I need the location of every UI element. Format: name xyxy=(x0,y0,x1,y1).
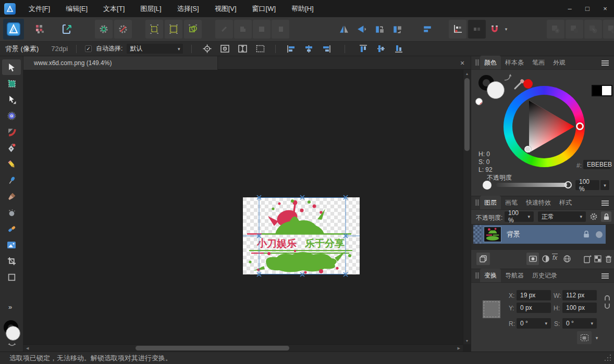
tab-navigator[interactable]: 导航器 xyxy=(501,269,528,282)
panel-menu-icon[interactable] xyxy=(601,203,609,204)
knife-tool[interactable] xyxy=(2,189,21,204)
document-canvas[interactable]: 小刀娱乐 乐于分享 xyxy=(243,197,360,274)
vector-brush-tool[interactable] xyxy=(2,172,21,188)
resize-grip[interactable] xyxy=(604,354,611,361)
align-left-button[interactable] xyxy=(284,43,298,55)
panel-grip[interactable] xyxy=(475,59,477,66)
export-persona-button[interactable] xyxy=(58,20,76,39)
align-bottom-button[interactable] xyxy=(392,43,406,55)
pixel-persona-button[interactable] xyxy=(31,20,49,39)
tab-brushes[interactable]: 画笔 xyxy=(501,196,522,209)
pen-tool[interactable] xyxy=(2,140,21,156)
tools-overflow-chevron[interactable]: » xyxy=(8,303,12,311)
layer-row-background[interactable]: 背景 xyxy=(473,225,606,244)
tab-swatches[interactable]: 样本条 xyxy=(501,56,528,69)
hex-input[interactable]: EBEBEB xyxy=(583,160,610,169)
cycle-selection-box-button[interactable] xyxy=(200,43,214,55)
horizontal-scrollbar[interactable]: ◀ ▶ xyxy=(23,344,463,352)
fill-color-swatch[interactable] xyxy=(6,326,20,341)
scroll-left-icon[interactable]: ◀ xyxy=(26,346,29,350)
magnet-button[interactable] xyxy=(487,20,502,39)
flood-select-tool[interactable] xyxy=(2,108,21,123)
minimize-button[interactable]: – xyxy=(561,0,579,17)
disabled-edit-button-1[interactable] xyxy=(215,20,233,39)
hue-ring-selector[interactable] xyxy=(576,122,584,130)
rotation-dropdown[interactable]: 0 °▾ xyxy=(517,318,551,329)
blend-options-gear-icon[interactable] xyxy=(590,212,598,221)
corner-tool[interactable] xyxy=(2,124,21,140)
menu-select[interactable]: 选择[S] xyxy=(169,0,207,17)
selection-shapes-button[interactable] xyxy=(184,20,202,39)
rotate-cw-button[interactable] xyxy=(388,20,406,39)
grayscale-toggle-swatch[interactable] xyxy=(592,85,612,96)
opacity-value-field[interactable]: 100 % xyxy=(575,180,599,190)
menu-file[interactable]: 文件[F] xyxy=(21,0,58,17)
opacity-slider[interactable] xyxy=(496,183,567,187)
tab-stroke[interactable]: 笔画 xyxy=(528,56,549,69)
delete-layer-button[interactable] xyxy=(604,253,613,265)
tab-styles[interactable]: 样式 xyxy=(555,196,576,209)
tab-appearance[interactable]: 外观 xyxy=(549,56,570,69)
hue-wheel[interactable] xyxy=(504,86,585,167)
autoselect-dropdown[interactable]: 默认 ▾ xyxy=(127,44,183,54)
y-input[interactable]: 0 px xyxy=(517,303,551,313)
vertical-scrollbar[interactable]: ▲ ▼ xyxy=(463,70,471,344)
move-tool[interactable] xyxy=(2,59,21,75)
flip-horizontal-button[interactable] xyxy=(335,20,353,39)
tab-transform[interactable]: 变换 xyxy=(480,269,501,282)
tab-close-icon[interactable]: × xyxy=(457,56,468,70)
selection-dots-button[interactable] xyxy=(145,20,163,39)
scroll-down-icon[interactable]: ▼ xyxy=(463,339,471,343)
panel-grip[interactable] xyxy=(475,272,477,279)
designer-persona-button[interactable] xyxy=(3,19,24,40)
tab-quick-fx[interactable]: 快速特效 xyxy=(522,196,555,209)
menu-help[interactable]: 帮助[H] xyxy=(284,0,322,17)
boolean-intersect-button[interactable] xyxy=(584,20,602,39)
align-top-button[interactable] xyxy=(357,43,370,55)
panel-menu-icon[interactable] xyxy=(601,62,609,64)
settings-gear-red-button[interactable] xyxy=(114,20,132,39)
group-layers-button[interactable] xyxy=(476,253,490,265)
close-button[interactable]: × xyxy=(596,0,614,17)
scroll-right-icon[interactable]: ▶ xyxy=(458,346,460,350)
layer-fx-button[interactable]: fx xyxy=(552,254,558,262)
link-dimensions-icon[interactable] xyxy=(604,295,610,309)
panel-grip[interactable] xyxy=(475,199,477,206)
alignment-button[interactable] xyxy=(419,20,436,39)
hide-selection-marquee-button[interactable] xyxy=(253,43,267,55)
snapping-grid-button[interactable] xyxy=(449,20,466,39)
h-input[interactable]: 100 px xyxy=(562,303,597,313)
show-selection-button[interactable] xyxy=(218,43,231,55)
horizontal-scroll-thumb[interactable] xyxy=(136,346,289,350)
disabled-edit-button-2[interactable] xyxy=(234,20,252,39)
snap-toggle-button[interactable] xyxy=(468,20,486,39)
rotate-ccw-button[interactable] xyxy=(371,20,388,39)
mask-layer-button[interactable] xyxy=(526,253,539,265)
menu-window[interactable]: 窗口[W] xyxy=(244,0,284,17)
menu-view[interactable]: 视图[V] xyxy=(207,0,244,17)
marquee-select-tool[interactable] xyxy=(2,76,21,91)
autoselect-checkbox[interactable]: ✓ xyxy=(85,45,92,52)
swap-colors-icon[interactable] xyxy=(8,343,16,347)
align-center-h-button[interactable] xyxy=(302,43,315,55)
layer-drag-grip[interactable] xyxy=(473,225,482,244)
w-input[interactable]: 112 px xyxy=(562,290,597,300)
document-tab[interactable]: www.x6d.com.png (149.4%) xyxy=(23,56,218,70)
vertical-scroll-thumb[interactable] xyxy=(464,78,470,151)
opacity-min-knob[interactable] xyxy=(483,181,492,190)
layer-lock-button[interactable] xyxy=(601,211,611,222)
new-pixel-layer-button[interactable] xyxy=(593,254,603,264)
node-tool[interactable] xyxy=(2,92,21,107)
tab-layers[interactable]: 图层 xyxy=(480,196,501,209)
menu-edit[interactable]: 编辑[E] xyxy=(58,0,95,17)
panel-menu-icon[interactable] xyxy=(601,275,609,277)
canvas-viewport[interactable]: 小刀娱乐 乐于分享 xyxy=(23,70,463,344)
menu-text[interactable]: 文本[T] xyxy=(95,0,132,17)
place-image-tool[interactable] xyxy=(2,237,21,253)
x-input[interactable]: 19 px xyxy=(517,290,551,300)
primary-color-swatch[interactable] xyxy=(487,81,505,99)
boolean-divide-button[interactable] xyxy=(603,20,614,39)
boolean-add-button[interactable] xyxy=(547,20,564,39)
rectangle-tool[interactable] xyxy=(2,269,21,285)
transform-options-button[interactable] xyxy=(577,331,592,344)
